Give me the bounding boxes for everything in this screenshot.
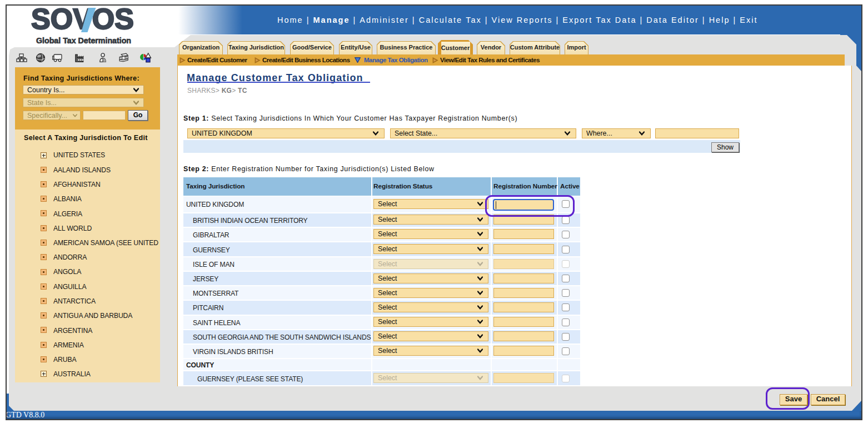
svg-text:Global Tax Determination: Global Tax Determination	[36, 36, 131, 45]
